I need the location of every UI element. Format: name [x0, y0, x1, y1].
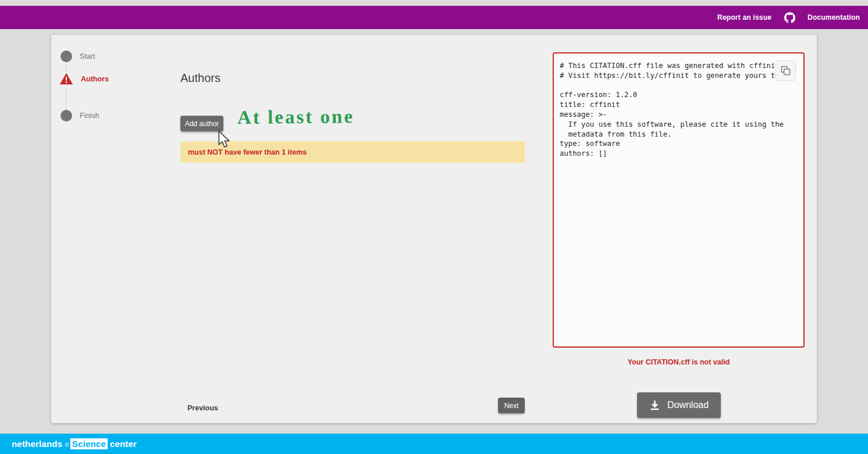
brand-prefix: netherlands — [12, 439, 62, 449]
download-icon — [649, 400, 660, 411]
step-label: Authors — [81, 75, 109, 83]
download-button[interactable]: Download — [637, 392, 721, 418]
annotation-at-least-one: At least one — [237, 106, 354, 128]
brand-suffix: center — [110, 439, 137, 449]
top-bar-links: Report an issue Documentation — [717, 11, 868, 24]
invalid-file-message: Your CITATION.cff is not valid — [553, 358, 805, 366]
github-icon[interactable] — [783, 11, 796, 24]
report-issue-link[interactable]: Report an issue — [717, 13, 771, 22]
brand-e: e — [65, 439, 70, 449]
brand-highlight: Science — [70, 438, 108, 449]
stepper-step-start[interactable]: Start — [61, 51, 95, 62]
validation-alert: must NOT have fewer than 1 items — [180, 141, 525, 163]
copy-icon — [781, 66, 791, 76]
stepper-step-finish[interactable]: Finish — [61, 110, 99, 121]
page-title: Authors — [180, 72, 220, 85]
cffinit-app: Report an issue Documentation Start — [0, 0, 868, 454]
main-card: Start Authors Finish Authors Add author … — [51, 35, 817, 423]
step-circle-icon — [61, 110, 72, 121]
validation-alert-text: must NOT have fewer than 1 items — [188, 148, 307, 156]
step-label: Finish — [80, 112, 99, 120]
step-label: Start — [80, 52, 95, 60]
download-button-label: Download — [667, 400, 709, 410]
citation-code: # This CITATION.cff file was generated w… — [554, 53, 803, 166]
previous-button[interactable]: Previous — [185, 401, 220, 416]
escience-center-logo: netherlands e Science center — [12, 438, 137, 449]
top-bar: Report an issue Documentation — [0, 6, 868, 29]
stepper-connector — [66, 65, 66, 72]
warning-triangle-icon — [59, 73, 73, 85]
copy-button[interactable] — [775, 60, 796, 81]
footer-bar: netherlands e Science center — [0, 434, 868, 454]
step-circle-icon — [61, 51, 72, 62]
citation-preview-panel: # This CITATION.cff file was generated w… — [553, 52, 805, 348]
documentation-link[interactable]: Documentation — [807, 13, 860, 22]
add-author-button[interactable]: Add author — [180, 116, 223, 131]
stepper-connector — [66, 88, 66, 109]
stepper-step-authors[interactable]: Authors — [59, 73, 109, 85]
next-button[interactable]: Next — [498, 398, 525, 413]
